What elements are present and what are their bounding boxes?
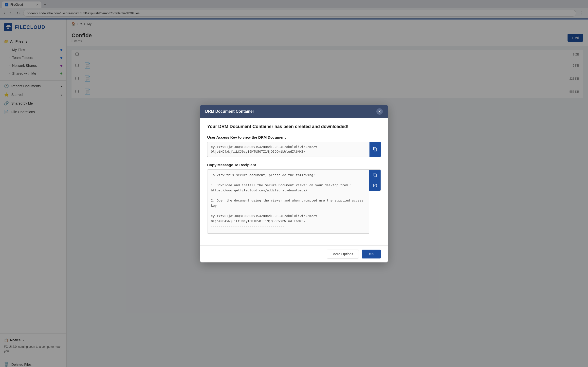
modal-footer: More Options OK <box>200 245 388 262</box>
modal-header: DRM Document Container ✕ <box>200 105 388 118</box>
message-actions <box>369 169 381 191</box>
ok-button[interactable]: OK <box>362 250 381 258</box>
message-copy-button[interactable] <box>369 170 381 180</box>
access-key-section: User Access Key to view the DRM Document <box>207 135 381 157</box>
message-textarea[interactable] <box>207 169 369 234</box>
access-key-section-title: User Access Key to view the DRM Document <box>207 135 381 139</box>
drm-modal: DRM Document Container ✕ Your DRM Docume… <box>200 105 388 262</box>
access-key-copy-button[interactable] <box>369 142 381 157</box>
access-key-row <box>207 142 381 157</box>
modal-close-button[interactable]: ✕ <box>376 108 383 115</box>
modal-body: Your DRM Document Container has been cre… <box>200 118 388 245</box>
modal-title: DRM Document Container <box>205 109 254 114</box>
copy-message-section: Copy Message To Recipient <box>207 163 381 234</box>
access-key-field[interactable] <box>207 142 369 157</box>
clipboard-icon <box>373 147 377 151</box>
more-options-button[interactable]: More Options <box>327 250 359 258</box>
message-area <box>207 169 381 234</box>
modal-success-message: Your DRM Document Container has been cre… <box>207 124 381 129</box>
message-external-button[interactable] <box>369 180 381 191</box>
external-link-icon <box>373 183 377 188</box>
copy-message-section-title: Copy Message To Recipient <box>207 163 381 167</box>
clipboard-copy-icon <box>373 173 377 177</box>
modal-overlay[interactable]: DRM Document Container ✕ Your DRM Docume… <box>0 0 588 367</box>
